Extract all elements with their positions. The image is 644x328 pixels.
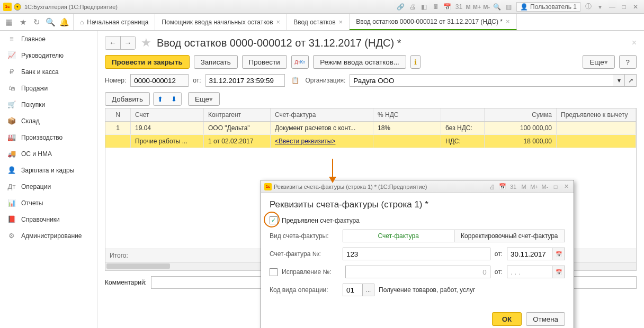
op-code-field[interactable] (343, 284, 363, 296)
more-button[interactable]: Еще ▾ (583, 55, 614, 69)
post-button[interactable]: Провести (242, 55, 287, 69)
tab-entry-doc[interactable]: Ввод остатков 0000-000012 от 31.12.2017 … (350, 14, 516, 30)
modal-m-icon[interactable]: M (520, 184, 528, 190)
correction-row: ✓ Исправление №: от: 📅 (270, 266, 565, 278)
invoice-type-correction[interactable]: Корректировочный счет-фактура (454, 230, 566, 242)
sidebar-item-purchases[interactable]: 🛒Покупки (0, 96, 97, 113)
op-code-select-button[interactable]: … (363, 284, 374, 296)
window-titlebar: 1c ▾ 1С:Бухгалтерия (1С:Предприятие) 🔗 🖨… (0, 0, 644, 14)
modal-print-icon[interactable]: 🖨 (488, 184, 496, 190)
add-row-button[interactable]: Добавить (105, 92, 150, 106)
correction-date-field[interactable] (507, 266, 552, 278)
m-indicator[interactable]: M (466, 4, 471, 10)
factory-icon: 🏭 (7, 133, 16, 141)
history-icon[interactable]: ↻ (30, 15, 43, 29)
sidebar-item-reports[interactable]: 📊Отчеты (0, 195, 97, 211)
sidebar-item-warehouse[interactable]: 📦Склад (0, 113, 97, 129)
move-up-button[interactable]: ⬆ (154, 93, 167, 105)
tab-assistant[interactable]: Помощник ввода начальных остатков × (155, 14, 287, 30)
nav-back-button[interactable]: ← (105, 37, 120, 49)
tab-home[interactable]: ⌂ Начальная страница (74, 14, 155, 30)
sidebar-item-references[interactable]: 📕Справочники (0, 211, 97, 227)
org-dropdown-button[interactable]: ▾ (613, 74, 625, 87)
page-close-icon[interactable]: × (632, 38, 637, 48)
sidebar-item-label: Продажи (21, 85, 48, 92)
titlebar-dropdown-icon[interactable]: ▾ (14, 3, 21, 11)
sidebar-item-label: Отчеты (21, 199, 43, 207)
search-icon[interactable]: 🔍 (43, 15, 57, 29)
date-icon[interactable]: 31 (454, 2, 464, 12)
save-button[interactable]: Записать (194, 55, 238, 69)
date-field[interactable] (205, 74, 285, 87)
col-vat: % НДС (373, 108, 441, 121)
calendar-icon[interactable]: 📋 (291, 77, 299, 84)
calendar-icon[interactable]: 📅 (443, 2, 452, 12)
enter-details-link[interactable]: <Ввести реквизиты> (271, 135, 373, 148)
close-icon[interactable]: × (339, 18, 343, 26)
correction-date-calendar-button[interactable]: 📅 (552, 266, 565, 278)
panel-icon[interactable]: ▥ (504, 2, 513, 12)
invoice-type-standard[interactable]: Счет-фактура (343, 230, 454, 242)
help-button[interactable]: ? (619, 55, 637, 69)
m-minus-indicator[interactable]: M- (483, 4, 490, 10)
org-open-button[interactable]: ↗ (625, 74, 637, 87)
presented-checkbox[interactable]: ✓ (270, 216, 278, 224)
calc-icon[interactable]: 🖩 (431, 2, 441, 12)
sidebar-item-manager[interactable]: 📈Руководителю (0, 47, 97, 63)
apps-icon[interactable]: ▦ (2, 15, 16, 29)
sidebar-item-assets[interactable]: 🚚ОС и НМА (0, 145, 97, 162)
org-field[interactable] (350, 74, 613, 87)
minimize-button[interactable]: — (607, 2, 618, 12)
compare-icon[interactable]: ◧ (419, 2, 429, 12)
modal-date-icon[interactable]: 31 (509, 184, 517, 190)
invoice-no-field[interactable] (343, 248, 490, 260)
star-icon[interactable]: ★ (16, 15, 30, 29)
table-more-button[interactable]: Еще ▾ (188, 92, 220, 106)
print-icon[interactable]: 🖨 (408, 2, 417, 12)
modal-calendar-icon[interactable]: 📅 (498, 183, 507, 190)
user-menu[interactable]: 👤 Пользователь 1 (516, 2, 580, 12)
nav-forward-button[interactable]: → (120, 37, 135, 49)
close-icon[interactable]: × (276, 18, 281, 26)
sidebar-item-main[interactable]: ≡Главное (0, 31, 97, 47)
close-icon[interactable]: × (506, 17, 510, 25)
table-row[interactable]: Прочие работы ... 1 от 02.02.2017 <Ввест… (105, 135, 636, 148)
modal-mminus-icon[interactable]: M- (541, 184, 549, 190)
post-and-close-button[interactable]: Провести и закрыть (105, 55, 190, 69)
move-down-button[interactable]: ⬇ (167, 93, 181, 105)
favorite-star-icon[interactable]: ★ (141, 36, 151, 50)
close-button[interactable]: ✕ (630, 2, 641, 12)
mode-button[interactable]: Режим ввода остатков... (313, 55, 406, 69)
modal-mplus-icon[interactable]: M+ (530, 184, 539, 190)
modal-titlebar: 1c Реквизиты счета-фактуры (строка 1) * … (261, 180, 574, 193)
modal-maximize-icon[interactable]: □ (551, 184, 560, 190)
tab-entries[interactable]: Ввод остатков × (287, 14, 350, 30)
sidebar-item-production[interactable]: 🏭Производство (0, 129, 97, 145)
modal-close-icon[interactable]: ✕ (562, 183, 570, 190)
sidebar-item-sales[interactable]: 🛍Продажи (0, 80, 97, 96)
correction-label: Исправление №: (282, 268, 341, 276)
link-icon[interactable]: 🔗 (396, 2, 406, 12)
invoice-details-modal: 1c Реквизиты счета-фактуры (строка 1) * … (261, 180, 574, 328)
bell-icon[interactable]: 🔔 (57, 15, 71, 29)
table-row[interactable]: 1 19.04 ООО "Дельта" Документ расчетов с… (105, 122, 636, 135)
sidebar-item-payroll[interactable]: 👤Зарплата и кадры (0, 162, 97, 178)
invoice-date-calendar-button[interactable]: 📅 (552, 248, 565, 260)
number-field[interactable] (130, 74, 189, 87)
correction-checkbox[interactable]: ✓ (270, 268, 278, 276)
info-dd-icon[interactable]: ▾ (595, 2, 605, 12)
modal-ok-button[interactable]: ОК (492, 312, 522, 326)
search-icon[interactable]: 🔍 (492, 2, 502, 12)
sidebar-item-bank[interactable]: ₽Банк и касса (0, 63, 97, 80)
maximize-button[interactable]: □ (619, 2, 629, 12)
sidebar-item-operations[interactable]: ДтОперации (0, 178, 97, 195)
correction-no-field[interactable] (345, 266, 490, 278)
sidebar-item-admin[interactable]: ⚙Администрирование (0, 227, 97, 244)
info-icon[interactable]: ⓘ (584, 2, 593, 12)
dtkt-button[interactable]: ДтКт (291, 55, 309, 69)
m-plus-indicator[interactable]: M+ (473, 4, 481, 10)
invoice-date-field[interactable] (507, 248, 552, 260)
info-button[interactable]: ℹ (410, 55, 421, 69)
col-invoice: Счет-фактура (271, 108, 373, 121)
modal-cancel-button[interactable]: Отмена (526, 312, 565, 326)
